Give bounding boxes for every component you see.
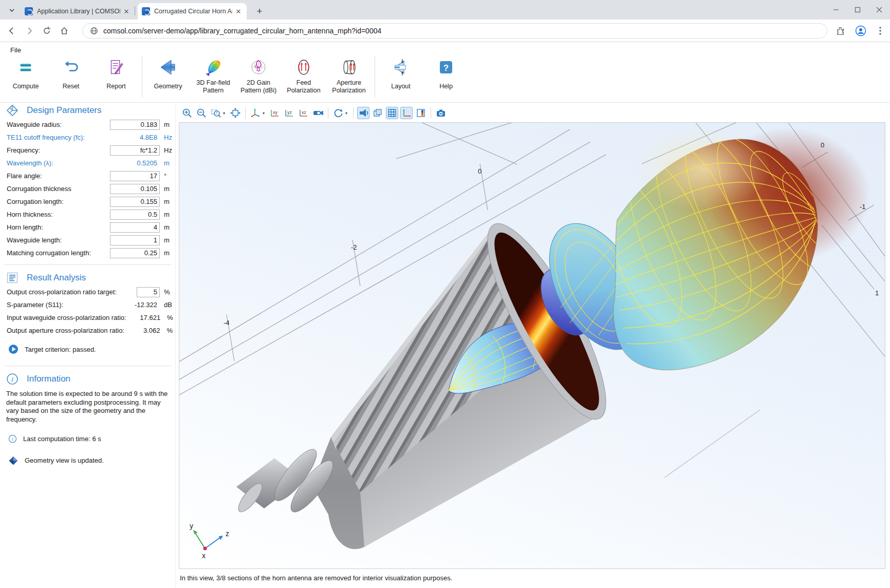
layout-button[interactable]: Layout: [378, 55, 423, 90]
information-body: The solution time is expected to be arou…: [0, 387, 175, 424]
svg-text:?: ?: [443, 63, 449, 73]
new-tab-button[interactable]: +: [253, 5, 266, 18]
waveguide-length-input[interactable]: [110, 235, 160, 245]
flare-angle-input[interactable]: [110, 171, 160, 181]
toolbar-separator: [375, 55, 375, 98]
geometry-button[interactable]: Geometry: [145, 55, 191, 90]
svg-text:-1: -1: [860, 203, 866, 211]
svg-text:i: i: [12, 437, 13, 442]
param-row: Waveguide length:m: [0, 234, 175, 246]
horn-thickness-input[interactable]: [110, 210, 160, 220]
file-menu[interactable]: File: [7, 45, 24, 55]
axis-orientation-icon[interactable]: [400, 107, 413, 119]
compute-button[interactable]: Compute: [3, 55, 48, 90]
section-title: Information: [27, 374, 70, 384]
zoom-out-icon[interactable]: [195, 107, 208, 119]
back-icon[interactable]: [5, 24, 18, 37]
result-analysis-list-icon: [6, 272, 18, 284]
xy-view-icon[interactable]: xy: [269, 107, 281, 119]
frequency-input[interactable]: [110, 145, 160, 156]
tab-close-icon[interactable]: ✕: [234, 7, 243, 15]
rotate-dropdown-icon[interactable]: ▾: [345, 107, 350, 119]
layout-icon: [391, 55, 411, 79]
param-row: Frequency:Hz: [0, 144, 175, 157]
yz-view-icon[interactable]: yz: [283, 107, 295, 119]
graphics-viewport[interactable]: 0 -2 -4 0 -1 1 y z x: [179, 122, 885, 569]
geometry-updated-status: Geometry view is updated.: [0, 456, 175, 466]
readonly-value: -12.322: [110, 301, 160, 309]
param-row: S-parameter (S11):-12.322dB: [0, 298, 175, 311]
browser-tab-corrugated-horn[interactable]: Corrugated Circular Horn Anten ✕: [138, 3, 247, 20]
help-button[interactable]: ? Help: [423, 55, 469, 90]
svg-text:1: 1: [875, 289, 879, 297]
extensions-puzzle-icon[interactable]: [833, 24, 847, 37]
horn-length-input[interactable]: [110, 222, 160, 233]
scene-light-icon[interactable]: [357, 107, 369, 119]
xz-view-icon[interactable]: xz: [298, 107, 310, 119]
screenshot-camera-icon[interactable]: [435, 107, 447, 119]
horn-antenna-3d-scene: 0 -2 -4 0 -1 1 y z x: [179, 123, 885, 568]
param-row: Horn length:m: [0, 221, 175, 234]
home-icon[interactable]: [58, 24, 71, 37]
reload-icon[interactable]: [40, 24, 53, 37]
zoom-box-icon[interactable]: [210, 107, 222, 119]
tab-title: Corrugated Circular Horn Anten: [154, 8, 232, 15]
corrugation-thickness-input[interactable]: [110, 184, 160, 194]
2d-gain-pattern-button[interactable]: 2D Gain Pattern (dBi): [236, 55, 281, 94]
svg-text:0: 0: [821, 141, 824, 149]
feed-polarization-button[interactable]: Feed Polarization: [281, 55, 326, 94]
readonly-value: 17.621: [126, 314, 163, 321]
svg-text:-4: -4: [224, 319, 230, 327]
tab-divider: [135, 6, 135, 15]
last-computation-time: i Last computation time: 6 s: [0, 434, 175, 443]
zoom-extents-icon[interactable]: [229, 107, 242, 119]
toolbar-separator: [142, 55, 142, 98]
far-field-pattern-balloon: [530, 123, 870, 370]
3d-far-field-pattern-button[interactable]: 3D Far-field Pattern: [191, 55, 236, 94]
cross-polarization-target-input[interactable]: [137, 287, 160, 297]
aperture-polarization-button[interactable]: Aperture Polarization: [326, 55, 372, 94]
url-address-bar[interactable]: comsol.com/server-demo/app/library_corru…: [82, 23, 827, 39]
readonly-value: 4.8E8: [110, 134, 160, 141]
svg-text:i: i: [12, 375, 14, 383]
forward-icon[interactable]: [23, 24, 36, 37]
param-row: Wavelength (λ):0.5205m: [0, 157, 175, 169]
transparency-icon[interactable]: [372, 107, 384, 119]
corrugation-length-input[interactable]: [110, 197, 160, 207]
window-minimize-button[interactable]: [825, 0, 847, 20]
profile-avatar-icon[interactable]: [854, 24, 867, 37]
matching-corrugation-length-input[interactable]: [110, 248, 160, 258]
default-view-dropdown-icon[interactable]: ▾: [263, 107, 268, 119]
tab-title: Application Library | COMSOL S: [37, 8, 120, 15]
svg-text:yz: yz: [287, 110, 292, 115]
window-maximize-button[interactable]: [847, 0, 868, 20]
info-icon: i: [8, 434, 17, 443]
report-button[interactable]: Report: [94, 55, 139, 90]
information-header: i Information: [0, 371, 175, 387]
play-icon: [8, 344, 18, 354]
param-row: Waveguide radius:m: [0, 118, 175, 131]
projection-icon[interactable]: [312, 107, 324, 119]
parameters-sidebar: Design Parameters Waveguide radius:m TE1…: [0, 103, 175, 588]
zoom-box-dropdown-icon[interactable]: ▾: [223, 107, 228, 119]
zoom-in-icon[interactable]: [181, 107, 193, 119]
toolbar-separator: [328, 107, 328, 119]
grid-icon[interactable]: [386, 107, 398, 119]
rotate-icon[interactable]: [332, 107, 344, 119]
feed-polarization-icon: [293, 55, 314, 79]
site-globe-icon: [90, 27, 98, 35]
default-3d-view-icon[interactable]: [249, 107, 262, 119]
tab-close-icon[interactable]: ✕: [122, 7, 131, 15]
geometry-horn-icon: [158, 55, 178, 79]
app-toolbar: File Compute Reset: [0, 42, 890, 103]
color-legend-icon[interactable]: [415, 107, 427, 119]
comsol-favicon-icon: [142, 7, 150, 15]
kebab-menu-icon[interactable]: [874, 24, 887, 37]
reset-button[interactable]: Reset: [48, 55, 94, 90]
graphics-toolbar: ▾ ▾ xy yz xz ▾: [180, 105, 889, 121]
tab-search-chevron-icon[interactable]: [5, 4, 18, 17]
waveguide-radius-input[interactable]: [110, 120, 160, 130]
browser-tab-application-library[interactable]: Application Library | COMSOL S ✕: [21, 3, 135, 20]
window-close-button[interactable]: [868, 0, 890, 20]
polar-plot-icon: [248, 55, 269, 79]
